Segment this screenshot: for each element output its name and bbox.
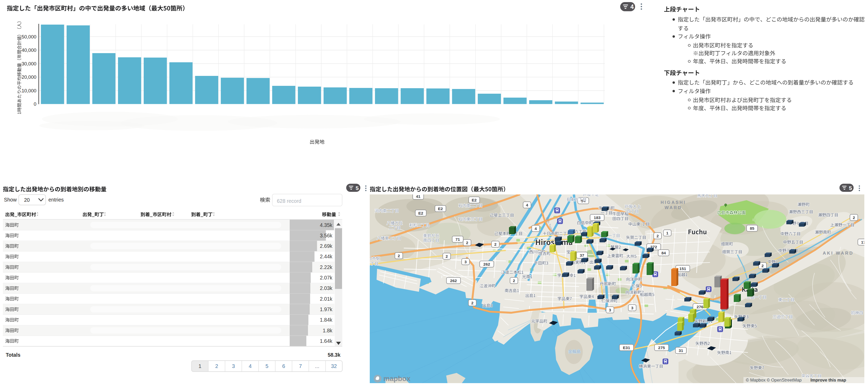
svg-text:3.56k: 3.56k — [320, 233, 332, 238]
svg-text:1.84k: 1.84k — [320, 317, 332, 323]
svg-text:E2: E2 — [438, 206, 443, 211]
svg-text:Totals: Totals — [6, 352, 21, 358]
svg-text:4.35k: 4.35k — [320, 222, 332, 228]
svg-text:40,000: 40,000 — [22, 48, 36, 53]
svg-text:30,000: 30,000 — [22, 61, 36, 66]
svg-text:5: 5 — [355, 185, 359, 191]
svg-text:71: 71 — [455, 237, 460, 241]
svg-text:3: 3 — [464, 260, 467, 264]
svg-text:3: 3 — [232, 363, 235, 369]
svg-text:50,000: 50,000 — [22, 34, 36, 39]
svg-text:85: 85 — [750, 226, 754, 231]
svg-text:1: 1 — [198, 363, 201, 369]
svg-text:84: 84 — [661, 251, 666, 255]
svg-text:Show: Show — [4, 197, 17, 203]
svg-text:AKI WARD: AKI WARD — [823, 251, 854, 256]
svg-text:2.22k: 2.22k — [320, 264, 332, 270]
svg-text:20,000: 20,000 — [22, 74, 36, 80]
svg-text:5: 5 — [265, 363, 268, 369]
svg-text:276: 276 — [696, 305, 704, 309]
svg-text:4: 4 — [526, 203, 528, 207]
svg-text:58.3k: 58.3k — [328, 352, 340, 358]
svg-text:E2: E2 — [472, 198, 477, 202]
svg-text:17: 17 — [861, 240, 865, 244]
svg-text:E2: E2 — [418, 211, 424, 215]
svg-text:1.64k: 1.64k — [320, 338, 332, 344]
svg-text:...: ... — [315, 363, 319, 369]
svg-text:entries: entries — [49, 197, 64, 203]
svg-text:3: 3 — [631, 306, 633, 310]
svg-text:2: 2 — [853, 215, 855, 220]
svg-text:41: 41 — [416, 194, 421, 199]
svg-text:HIGASHI: HIGASHI — [661, 200, 686, 205]
svg-text:2.03k: 2.03k — [320, 285, 332, 291]
svg-text:32: 32 — [331, 363, 337, 369]
svg-text:37: 37 — [580, 253, 584, 258]
svg-text:2: 2 — [513, 278, 515, 283]
svg-text:4: 4 — [249, 363, 251, 369]
svg-text:WARD: WARD — [665, 205, 682, 210]
svg-text:5: 5 — [849, 185, 852, 191]
svg-text:183: 183 — [594, 215, 600, 220]
svg-text:2: 2 — [494, 242, 497, 246]
svg-text:628 record: 628 record — [277, 198, 301, 204]
svg-text:2: 2 — [446, 254, 448, 259]
svg-text:1.97k: 1.97k — [320, 306, 332, 312]
svg-text:2: 2 — [657, 234, 659, 238]
svg-text:E31: E31 — [623, 346, 630, 350]
svg-text:1.8k: 1.8k — [323, 328, 332, 333]
svg-text:151: 151 — [679, 266, 686, 271]
svg-text:262: 262 — [450, 278, 457, 283]
svg-text:10,000: 10,000 — [22, 88, 36, 93]
svg-text:0: 0 — [34, 101, 36, 107]
svg-text:6: 6 — [282, 363, 285, 369]
svg-text:2.69k: 2.69k — [320, 243, 332, 249]
svg-text:7: 7 — [299, 363, 302, 369]
svg-text:2.07k: 2.07k — [320, 275, 332, 280]
svg-text:mapbox: mapbox — [383, 375, 410, 383]
svg-text:4: 4 — [535, 226, 537, 231]
svg-text:2.44k: 2.44k — [320, 254, 332, 259]
svg-text:275: 275 — [658, 346, 665, 350]
svg-text:2: 2 — [762, 264, 764, 268]
svg-text:262: 262 — [483, 262, 490, 266]
svg-text:20: 20 — [24, 197, 30, 203]
svg-text:2: 2 — [398, 254, 400, 258]
svg-text:2: 2 — [466, 240, 468, 245]
svg-text:© Mapbox © OpenStreetMap: © Mapbox © OpenStreetMap — [746, 378, 802, 382]
svg-text:Improve this map: Improve this map — [810, 378, 846, 382]
svg-text:3: 3 — [609, 308, 611, 312]
svg-text:1: 1 — [666, 231, 669, 235]
svg-text:31: 31 — [679, 348, 683, 353]
svg-text:2.01k: 2.01k — [320, 296, 332, 302]
svg-text:4: 4 — [630, 3, 634, 10]
svg-text:2: 2 — [471, 301, 474, 305]
svg-text:2: 2 — [215, 363, 218, 369]
